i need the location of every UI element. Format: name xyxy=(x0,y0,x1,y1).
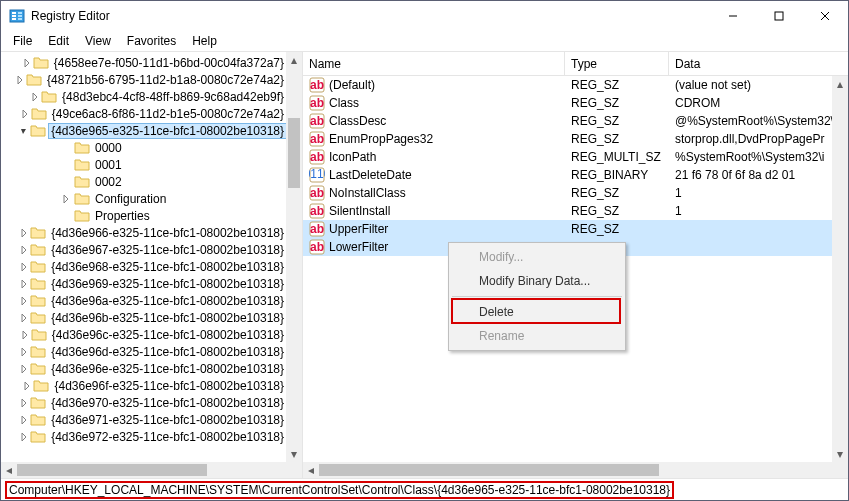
twisty-icon[interactable] xyxy=(59,175,73,189)
value-row[interactable]: abEnumPropPages32REG_SZstorprop.dll,DvdP… xyxy=(303,130,832,148)
tree-item[interactable]: {4d36e969-e325-11ce-bfc1-08002be10318} xyxy=(1,275,286,292)
tree-item[interactable]: {4d36e971-e325-11ce-bfc1-08002be10318} xyxy=(1,411,286,428)
svg-rect-8 xyxy=(775,12,783,20)
svg-rect-3 xyxy=(12,18,16,20)
menu-file[interactable]: File xyxy=(5,32,40,50)
value-row[interactable]: ab(Default)REG_SZ(value not set) xyxy=(303,76,832,94)
twisty-icon[interactable] xyxy=(19,311,29,325)
list-hscroll[interactable]: ◂ ▸ xyxy=(303,462,848,478)
twisty-icon[interactable] xyxy=(22,379,32,393)
ctx-rename[interactable]: Rename xyxy=(451,324,623,348)
tree-item-label: 0001 xyxy=(93,158,124,172)
value-data: 1 xyxy=(669,186,832,200)
status-path: Computer\HKEY_LOCAL_MACHINE\SYSTEM\Curre… xyxy=(5,481,674,499)
tree-item[interactable]: {4d36e96f-e325-11ce-bfc1-08002be10318} xyxy=(1,377,286,394)
value-name: UpperFilter xyxy=(329,222,388,236)
col-data[interactable]: Data xyxy=(669,52,848,75)
ctx-modify[interactable]: Modify... xyxy=(451,245,623,269)
value-row[interactable]: abClassDescREG_SZ@%SystemRoot%\System32\… xyxy=(303,112,832,130)
twisty-icon[interactable] xyxy=(19,362,29,376)
window-title: Registry Editor xyxy=(31,9,110,23)
value-data: 21 f6 78 0f 6f 8a d2 01 xyxy=(669,168,832,182)
scroll-up-icon[interactable]: ▴ xyxy=(832,76,848,92)
scroll-up-icon[interactable]: ▴ xyxy=(286,52,302,68)
tree-item[interactable]: Properties xyxy=(1,207,286,224)
list-vscroll[interactable]: ▴ ▾ xyxy=(832,76,848,462)
scroll-down-icon[interactable]: ▾ xyxy=(286,446,302,462)
tree-item[interactable]: {4d36e972-e325-11ce-bfc1-08002be10318} xyxy=(1,428,286,445)
tree-item[interactable]: 0000 xyxy=(1,139,286,156)
folder-icon xyxy=(30,429,46,445)
menu-edit[interactable]: Edit xyxy=(40,32,77,50)
tree-item[interactable]: {48d3ebc4-4cf8-48ff-b869-9c68ad42eb9f} xyxy=(1,88,286,105)
statusbar: Computer\HKEY_LOCAL_MACHINE\SYSTEM\Curre… xyxy=(1,478,848,500)
twisty-icon[interactable] xyxy=(19,277,29,291)
twisty-icon[interactable] xyxy=(20,107,30,121)
twisty-icon[interactable] xyxy=(19,430,29,444)
maximize-button[interactable] xyxy=(756,1,802,31)
twisty-icon[interactable] xyxy=(30,90,40,104)
twisty-icon[interactable] xyxy=(59,158,73,172)
close-button[interactable] xyxy=(802,1,848,31)
tree-item[interactable]: {4d36e96c-e325-11ce-bfc1-08002be10318} xyxy=(1,326,286,343)
value-list-pane: Name Type Data ab(Default)REG_SZ(value n… xyxy=(303,52,848,478)
tree-item[interactable]: Configuration xyxy=(1,190,286,207)
folder-icon xyxy=(74,140,90,156)
value-row[interactable]: abUpperFilterREG_SZ xyxy=(303,220,832,238)
menu-favorites[interactable]: Favorites xyxy=(119,32,184,50)
twisty-icon[interactable] xyxy=(19,226,29,240)
value-row[interactable]: abSilentInstallREG_SZ1 xyxy=(303,202,832,220)
tree-item[interactable]: {4658ee7e-f050-11d1-b6bd-00c04fa372a7} xyxy=(1,54,286,71)
ctx-modify-binary[interactable]: Modify Binary Data... xyxy=(451,269,623,293)
value-type: REG_SZ xyxy=(565,186,669,200)
tree-item[interactable]: {4d36e970-e325-11ce-bfc1-08002be10318} xyxy=(1,394,286,411)
col-type[interactable]: Type xyxy=(565,52,669,75)
value-row[interactable]: abClassREG_SZCDROM xyxy=(303,94,832,112)
value-row[interactable]: abNoInstallClassREG_SZ1 xyxy=(303,184,832,202)
tree-item[interactable]: {4d36e96d-e325-11ce-bfc1-08002be10318} xyxy=(1,343,286,360)
tree-item[interactable]: {4d36e967-e325-11ce-bfc1-08002be10318} xyxy=(1,241,286,258)
twisty-icon[interactable] xyxy=(19,294,29,308)
value-row[interactable]: 0110LastDeleteDateREG_BINARY21 f6 78 0f … xyxy=(303,166,832,184)
twisty-icon[interactable] xyxy=(59,209,73,223)
tree-item-label: {4d36e971-e325-11ce-bfc1-08002be10318} xyxy=(49,413,286,427)
folder-icon xyxy=(30,395,46,411)
tree-item[interactable]: {49ce6ac8-6f86-11d2-b1e5-0080c72e74a2} xyxy=(1,105,286,122)
tree-item[interactable]: {4d36e965-e325-11ce-bfc1-08002be10318} xyxy=(1,122,286,139)
tree-item[interactable]: {48721b56-6795-11d2-b1a8-0080c72e74a2} xyxy=(1,71,286,88)
tree-vscroll[interactable]: ▴ ▾ xyxy=(286,52,302,462)
value-type: REG_SZ xyxy=(565,222,669,236)
scroll-down-icon[interactable]: ▾ xyxy=(832,446,848,462)
tree-item[interactable]: 0002 xyxy=(1,173,286,190)
value-row[interactable]: abIconPathREG_MULTI_SZ%SystemRoot%\Syste… xyxy=(303,148,832,166)
twisty-icon[interactable] xyxy=(19,124,29,138)
titlebar[interactable]: Registry Editor xyxy=(1,1,848,31)
tree-item[interactable]: {4d36e966-e325-11ce-bfc1-08002be10318} xyxy=(1,224,286,241)
scroll-left-icon[interactable]: ◂ xyxy=(303,462,319,478)
col-name[interactable]: Name xyxy=(303,52,565,75)
tree-item[interactable]: 0001 xyxy=(1,156,286,173)
twisty-icon[interactable] xyxy=(15,73,25,87)
twisty-icon[interactable] xyxy=(19,345,29,359)
minimize-button[interactable] xyxy=(710,1,756,31)
tree-item[interactable]: {4d36e96b-e325-11ce-bfc1-08002be10318} xyxy=(1,309,286,326)
twisty-icon[interactable] xyxy=(19,243,29,257)
tree-item-label: {4d36e96e-e325-11ce-bfc1-08002be10318} xyxy=(49,362,286,376)
twisty-icon[interactable] xyxy=(19,413,29,427)
menu-view[interactable]: View xyxy=(77,32,119,50)
twisty-icon[interactable] xyxy=(59,141,73,155)
twisty-icon[interactable] xyxy=(22,56,32,70)
menu-help[interactable]: Help xyxy=(184,32,225,50)
twisty-icon[interactable] xyxy=(19,396,29,410)
value-name: SilentInstall xyxy=(329,204,390,218)
tree-item[interactable]: {4d36e968-e325-11ce-bfc1-08002be10318} xyxy=(1,258,286,275)
tree-item[interactable]: {4d36e96a-e325-11ce-bfc1-08002be10318} xyxy=(1,292,286,309)
twisty-icon[interactable] xyxy=(20,328,30,342)
tree-item[interactable]: {4d36e96e-e325-11ce-bfc1-08002be10318} xyxy=(1,360,286,377)
folder-icon xyxy=(26,72,42,88)
twisty-icon[interactable] xyxy=(19,260,29,274)
registry-tree[interactable]: {4658ee7e-f050-11d1-b6bd-00c04fa372a7}{4… xyxy=(1,52,286,447)
twisty-icon[interactable] xyxy=(59,192,73,206)
scroll-left-icon[interactable]: ◂ xyxy=(1,462,17,478)
tree-hscroll[interactable]: ◂ ▸ xyxy=(1,462,302,478)
